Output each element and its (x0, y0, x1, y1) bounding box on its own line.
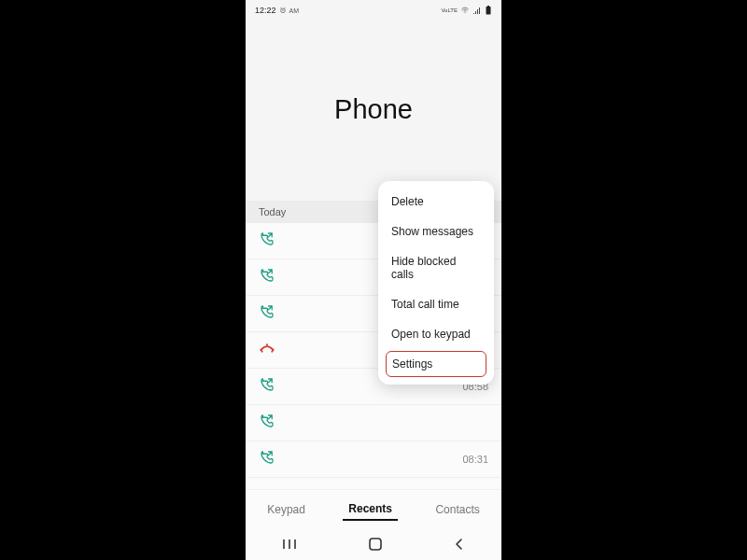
battery-icon (485, 6, 492, 15)
signal-icon (472, 7, 482, 14)
nav-home-button[interactable] (368, 537, 383, 552)
status-time: 12:22 (255, 6, 276, 15)
outgoing-call-icon (259, 267, 275, 287)
nav-back-button[interactable] (453, 538, 466, 551)
missed-call-icon (259, 340, 275, 360)
tab-recents[interactable]: Recents (343, 498, 398, 521)
outgoing-call-icon (259, 449, 275, 469)
page-title: Phone (334, 94, 413, 125)
status-bar: 12:22 AM VoLTE (246, 0, 501, 19)
status-ampm: AM (289, 7, 300, 14)
menu-item-hide-blocked-calls[interactable]: Hide blocked calls (378, 246, 494, 289)
menu-item-open-to-keypad[interactable]: Open to keypad (378, 319, 494, 349)
outgoing-call-icon (259, 231, 275, 251)
outgoing-call-icon (259, 376, 275, 397)
wifi-icon (460, 7, 470, 14)
volte-icon: VoLTE (441, 7, 458, 13)
phone-frame: 12:22 AM VoLTE Phone Today 09:0708:5808:… (246, 0, 501, 560)
tab-contacts[interactable]: Contacts (430, 499, 485, 520)
menu-item-delete[interactable]: Delete (378, 187, 494, 217)
svg-rect-2 (487, 6, 489, 7)
svg-rect-1 (486, 7, 491, 15)
outgoing-call-icon (259, 303, 275, 324)
menu-item-total-call-time[interactable]: Total call time (378, 289, 494, 319)
alarm-icon (279, 7, 287, 14)
call-time: 08:31 (462, 454, 488, 465)
svg-point-3 (266, 343, 268, 345)
call-row[interactable] (246, 405, 501, 441)
nav-recents-button[interactable] (281, 538, 298, 551)
outgoing-call-icon (259, 413, 275, 433)
title-area: Phone (246, 19, 501, 201)
menu-item-settings[interactable]: Settings (386, 351, 486, 377)
nav-bar (246, 528, 501, 560)
tab-keypad[interactable]: Keypad (261, 499, 311, 520)
tab-bar: Keypad Recents Contacts (246, 489, 501, 528)
svg-rect-4 (370, 539, 381, 550)
call-row[interactable]: 08:31 (246, 441, 501, 478)
menu-item-show-messages[interactable]: Show messages (378, 217, 494, 246)
overflow-menu: DeleteShow messagesHide blocked callsTot… (378, 181, 494, 385)
